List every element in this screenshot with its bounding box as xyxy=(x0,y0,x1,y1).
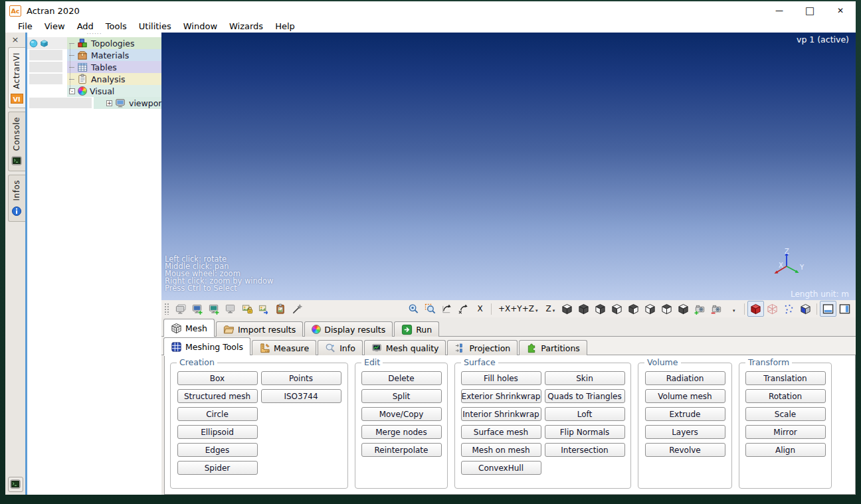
menu-tools[interactable]: Tools xyxy=(100,21,133,31)
view-cube-7-icon[interactable] xyxy=(658,301,675,317)
tree-row-analysis[interactable]: Analysis xyxy=(27,73,161,85)
quads-to-triangles-button[interactable]: Quads to Triangles xyxy=(545,389,625,403)
mesh-on-mesh-button[interactable]: Mesh on mesh xyxy=(461,443,541,457)
zoom-fit-icon[interactable] xyxy=(405,301,422,317)
exterior-shrinkwrap-button[interactable]: Exterior Shrinkwrap xyxy=(461,389,541,403)
close-button[interactable]: ✕ xyxy=(825,1,856,20)
skin-button[interactable]: Skin xyxy=(545,371,625,385)
sketch-icon[interactable] xyxy=(289,301,306,317)
layers-button[interactable]: Layers xyxy=(645,425,725,439)
tab-display-results[interactable]: Display results xyxy=(304,321,393,337)
rotation-button[interactable]: Rotation xyxy=(745,389,826,403)
split-horizontal-icon[interactable] xyxy=(820,301,836,317)
delete-button[interactable]: Delete xyxy=(361,371,442,385)
sidebar-tab-console[interactable]: Console xyxy=(8,112,25,171)
align-button[interactable]: Align xyxy=(745,443,826,457)
intersection-button[interactable]: Intersection xyxy=(545,443,625,457)
points-button[interactable]: Points xyxy=(261,371,341,385)
dock-close-button[interactable]: × xyxy=(12,35,19,44)
subtab-partitions[interactable]: Partitions xyxy=(519,340,587,355)
minimize-button[interactable]: — xyxy=(764,1,795,20)
loft-button[interactable]: Loft xyxy=(545,407,625,421)
cube-toggle-icon[interactable] xyxy=(40,39,48,48)
render-solid-icon[interactable] xyxy=(747,301,764,317)
reinterpolate-button[interactable]: Reinterpolate xyxy=(361,443,442,457)
volume-mesh-button[interactable]: Volume mesh xyxy=(645,389,725,403)
tab-import-results[interactable]: Import results xyxy=(216,321,303,337)
split-button[interactable]: Split xyxy=(361,389,442,403)
iso3744-button[interactable]: ISO3744 xyxy=(261,389,341,403)
tree-expander[interactable]: + xyxy=(106,100,112,106)
subtab-projection[interactable]: Projection xyxy=(447,340,518,355)
z-axis-dropdown[interactable]: Z▾ xyxy=(541,301,559,317)
circle-button[interactable]: Circle xyxy=(177,407,258,421)
edges-button[interactable]: Edges xyxy=(177,443,258,457)
split-vertical-icon[interactable] xyxy=(836,301,853,317)
menu-file[interactable]: File xyxy=(12,21,39,31)
subtab-meshing-tools[interactable]: Meshing Tools xyxy=(163,337,250,355)
menu-add[interactable]: Add xyxy=(71,21,100,31)
revolve-button[interactable]: Revolve xyxy=(645,443,725,457)
add-viewport-filled-icon[interactable] xyxy=(206,301,223,317)
zoom-window-icon[interactable] xyxy=(422,301,438,317)
spider-button[interactable]: Spider xyxy=(177,461,258,475)
delete-viewport-icon[interactable] xyxy=(223,301,239,317)
tree-row-materials[interactable]: Materials xyxy=(27,49,161,61)
add-viewport-icon[interactable] xyxy=(189,301,206,317)
scale-button[interactable]: Scale xyxy=(745,407,826,421)
tree-drag-handle[interactable]: ······ xyxy=(27,33,161,37)
view-cube-6-icon[interactable] xyxy=(642,301,658,317)
merge-nodes-button[interactable]: Merge nodes xyxy=(361,425,442,439)
render-wireframe-icon[interactable] xyxy=(764,301,781,317)
tree-row-topologies[interactable]: Topologies xyxy=(27,37,161,49)
convexhull-button[interactable]: ConvexHull xyxy=(461,461,541,475)
render-shaded-icon[interactable] xyxy=(797,301,814,317)
export-image-icon[interactable] xyxy=(256,301,272,317)
add-camera-view-icon[interactable] xyxy=(692,301,708,317)
sidebar-tab-actranvi[interactable]: ActranVIVI xyxy=(8,47,25,108)
view-cube-3-icon[interactable] xyxy=(592,301,609,317)
radiation-button[interactable]: Radiation xyxy=(645,371,725,385)
view-cube-2-icon[interactable] xyxy=(575,301,592,317)
view-cube-4-icon[interactable] xyxy=(609,301,625,317)
tree-row-viewport-1[interactable]: +viewport 1 xyxy=(27,97,161,109)
copy-image-icon[interactable] xyxy=(272,301,289,317)
view-cube-5-icon[interactable] xyxy=(625,301,642,317)
render-points-icon[interactable] xyxy=(781,301,797,317)
sidebar-tab-infos[interactable]: Infos xyxy=(8,175,25,221)
subtab-info[interactable]: Info xyxy=(318,340,363,355)
sphere-toggle-icon[interactable] xyxy=(29,39,38,48)
box-button[interactable]: Box xyxy=(177,371,258,385)
remove-camera-view-icon[interactable] xyxy=(708,301,725,317)
flip-normals-button[interactable]: Flip Normals xyxy=(545,425,625,439)
menu-view[interactable]: View xyxy=(39,21,71,31)
duplicate-viewport-icon[interactable] xyxy=(173,301,189,317)
ellipsoid-button[interactable]: Ellipsoid xyxy=(177,425,258,439)
tree-row-visual[interactable]: -Visual xyxy=(27,85,161,97)
maximize-button[interactable]: □ xyxy=(795,1,825,20)
view-cube-8-icon[interactable] xyxy=(675,301,692,317)
translation-button[interactable]: Translation xyxy=(745,371,826,385)
interior-shrinkwrap-button[interactable]: Interior Shrinkwrap xyxy=(461,407,541,421)
menu-wizards[interactable]: Wizards xyxy=(223,21,269,31)
menu-utilities[interactable]: Utilities xyxy=(133,21,177,31)
tree-row-tables[interactable]: Tables xyxy=(27,61,161,73)
surface-mesh-button[interactable]: Surface mesh xyxy=(461,425,541,439)
rotate-view-icon[interactable] xyxy=(438,301,455,317)
rotate-free-icon[interactable] xyxy=(455,301,472,317)
viewport-3d[interactable]: vp 1 (active) Left click: rotate Middle … xyxy=(161,33,856,300)
tab-mesh[interactable]: Mesh xyxy=(163,319,215,337)
more-views-dropdown[interactable]: ▾ xyxy=(725,301,741,317)
structured-mesh-button[interactable]: Structured mesh xyxy=(177,389,258,403)
view-preset-dropdown[interactable]: +X+Y+Z▾ xyxy=(494,301,541,317)
subtab-mesh-quality[interactable]: Mesh quality xyxy=(364,340,446,355)
move-copy-button[interactable]: Move/Copy xyxy=(361,407,442,421)
menu-window[interactable]: Window xyxy=(177,21,223,31)
toolbar-grip[interactable] xyxy=(164,303,170,315)
tab-run[interactable]: Run xyxy=(394,321,439,337)
menu-help[interactable]: Help xyxy=(269,21,301,31)
view-cube-1-icon[interactable] xyxy=(559,301,575,317)
x-axis-button[interactable]: X xyxy=(472,301,488,317)
console-shortcut-button[interactable] xyxy=(8,477,23,492)
save-image-icon[interactable] xyxy=(239,301,256,317)
